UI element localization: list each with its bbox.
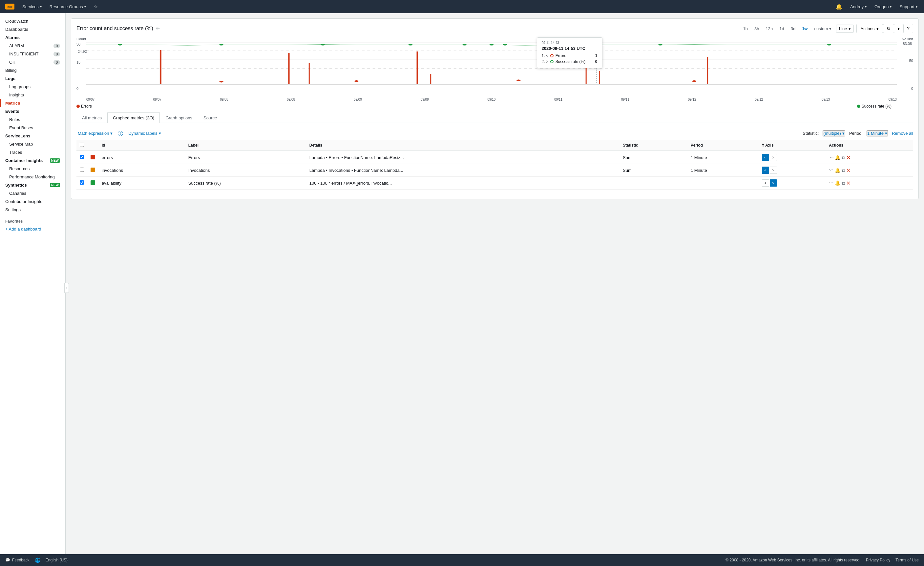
th-checkbox bbox=[76, 140, 87, 151]
favorites-header: Favorites bbox=[0, 215, 65, 225]
th-id: Id bbox=[98, 140, 185, 151]
sidebar-item-event-buses[interactable]: Event Buses bbox=[0, 124, 65, 132]
services-nav-button[interactable]: Services ▾ bbox=[20, 3, 44, 10]
row-invocations-copy-icon[interactable]: ⧉ bbox=[842, 168, 845, 173]
time-1w-button[interactable]: 1w bbox=[800, 25, 810, 33]
value-2492-label: 24.92 bbox=[78, 49, 87, 54]
sidebar-item-contributor-insights[interactable]: Contributor Insights bbox=[0, 198, 65, 206]
row-errors-id: errors bbox=[98, 151, 185, 164]
time-3h-button[interactable]: 3h bbox=[752, 25, 761, 33]
row-invocations-yaxis-right-button[interactable]: > bbox=[770, 166, 777, 174]
row-availability-copy-icon[interactable]: ⧉ bbox=[842, 180, 845, 186]
dynamic-labels-button[interactable]: Dynamic labels ▾ bbox=[127, 130, 162, 137]
time-custom-button[interactable]: custom ▾ bbox=[812, 25, 833, 33]
sidebar-item-traces[interactable]: Traces bbox=[0, 148, 65, 156]
copyright-text: © 2008 - 2020, Amazon Web Services, Inc.… bbox=[726, 558, 860, 562]
user-nav-button[interactable]: Andrey ▾ bbox=[848, 3, 869, 10]
row-invocations-checkbox[interactable] bbox=[80, 168, 84, 172]
row-availability-color-cell bbox=[87, 177, 98, 190]
insufficient-badge: 0 bbox=[54, 52, 60, 56]
row-invocations-bell-icon[interactable]: 🔔 bbox=[835, 168, 840, 173]
row-availability-color-box bbox=[91, 180, 95, 185]
bell-icon[interactable]: 🔔 bbox=[833, 2, 845, 11]
row-errors-yaxis-right-button[interactable]: > bbox=[770, 154, 777, 161]
sidebar-item-performance-monitoring[interactable]: Performance Monitoring bbox=[0, 173, 65, 181]
sidebar-item-settings[interactable]: Settings bbox=[0, 206, 65, 214]
region-nav-button[interactable]: Oregon ▾ bbox=[872, 3, 894, 10]
help-icon[interactable]: ? bbox=[118, 131, 123, 136]
sidebar-item-dashboards[interactable]: Dashboards bbox=[0, 25, 65, 33]
svg-point-13 bbox=[516, 80, 520, 81]
row-invocations-yaxis-left-button[interactable]: < bbox=[762, 166, 769, 174]
sidebar-item-service-map[interactable]: Service Map bbox=[0, 140, 65, 148]
svg-point-22 bbox=[462, 44, 466, 46]
sidebar-item-log-groups[interactable]: Log groups bbox=[0, 82, 65, 91]
time-3d-button[interactable]: 3d bbox=[789, 25, 797, 33]
y-right-50-label: 50 bbox=[909, 59, 913, 63]
chart-type-chevron-icon: ▾ bbox=[849, 26, 851, 31]
add-dashboard-button[interactable]: + Add a dashboard bbox=[0, 225, 65, 233]
feedback-button[interactable]: 💬 Feedback bbox=[5, 558, 30, 562]
chart-type-select[interactable]: Line ▾ bbox=[836, 25, 854, 33]
edit-title-icon[interactable]: ✏ bbox=[156, 26, 160, 31]
sidebar-item-insufficient[interactable]: INSUFFICIENT 0 bbox=[0, 50, 65, 58]
services-label: Services bbox=[22, 4, 39, 9]
row-errors-yaxis-left-button[interactable]: < bbox=[762, 154, 769, 161]
sidebar-item-insights[interactable]: Insights bbox=[0, 91, 65, 99]
resource-groups-nav-button[interactable]: Resource Groups ▾ bbox=[47, 3, 88, 10]
select-all-checkbox[interactable] bbox=[80, 143, 84, 147]
row-availability-yaxis-left-button[interactable]: < bbox=[762, 180, 769, 187]
time-1h-button[interactable]: 1h bbox=[741, 25, 750, 33]
sidebar-item-billing[interactable]: Billing bbox=[0, 66, 65, 75]
sidebar-item-ok[interactable]: OK 0 bbox=[0, 58, 65, 66]
row-errors-delete-icon[interactable]: ✕ bbox=[846, 154, 850, 161]
period-value-button[interactable]: 1 Minute ▾ bbox=[867, 130, 888, 136]
row-availability-bell-icon[interactable]: 🔔 bbox=[835, 180, 840, 186]
tab-graph-options[interactable]: Graph options bbox=[160, 112, 198, 123]
row-availability-checkbox[interactable] bbox=[80, 180, 84, 185]
statistic-value-button[interactable]: (multiple) ▾ bbox=[823, 130, 845, 136]
actions-button[interactable]: Source Actions ▾ bbox=[856, 24, 884, 33]
time-1d-button[interactable]: 1d bbox=[777, 25, 786, 33]
sidebar-item-alarm[interactable]: ALARM 0 bbox=[0, 42, 65, 50]
th-actions: Actions bbox=[826, 140, 913, 151]
svg-point-18 bbox=[118, 44, 122, 46]
chart-title-text: Error count and success rate (%) bbox=[76, 25, 153, 31]
sidebar-item-rules[interactable]: Rules bbox=[0, 115, 65, 124]
tooltip-row-errors: 1. < Errors 1 bbox=[542, 53, 597, 59]
bookmarks-nav-button[interactable]: ☆ bbox=[91, 3, 100, 10]
row-invocations-graph-icon[interactable]: 〰 bbox=[829, 168, 833, 173]
row-errors-graph-icon[interactable]: 〰 bbox=[829, 155, 833, 160]
row-availability-graph-icon[interactable]: 〰 bbox=[829, 180, 833, 186]
privacy-policy-link[interactable]: Privacy Policy bbox=[866, 558, 891, 562]
tooltip-errors-value: 1 bbox=[595, 54, 597, 58]
sidebar-collapse-button[interactable]: ‹ bbox=[64, 283, 69, 293]
row-availability-yaxis-right-button[interactable]: > bbox=[770, 180, 777, 187]
row-availability-delete-icon[interactable]: ✕ bbox=[846, 180, 850, 186]
row-errors-checkbox[interactable] bbox=[80, 155, 84, 159]
tab-graphed-metrics[interactable]: Graphed metrics (2/3) bbox=[107, 112, 160, 123]
x-axis-labels: 09/0709/0709/0809/0809/0909/0909/1009/11… bbox=[86, 98, 897, 101]
period-label: Period: bbox=[849, 131, 862, 136]
support-nav-button[interactable]: Support ▾ bbox=[897, 3, 920, 10]
refresh-options-button[interactable]: ▾ bbox=[894, 24, 903, 33]
math-expression-button[interactable]: Math expression ▾ bbox=[76, 130, 114, 137]
sidebar-item-container-insights-header[interactable]: Container Insights NEW bbox=[0, 156, 65, 165]
chart-controls: 1h 3h 12h 1d 3d 1w custom ▾ Line ▾ Sourc… bbox=[741, 24, 913, 33]
terms-of-use-link[interactable]: Terms of Use bbox=[896, 558, 919, 562]
refresh-button[interactable]: ↻ bbox=[883, 24, 894, 33]
time-12h-button[interactable]: 12h bbox=[764, 25, 775, 33]
sidebar-item-canaries[interactable]: Canaries bbox=[0, 189, 65, 198]
tab-all-metrics[interactable]: All metrics bbox=[76, 112, 107, 123]
remove-all-button[interactable]: Remove all bbox=[892, 131, 913, 136]
help-button[interactable]: ? bbox=[903, 24, 913, 33]
tab-source[interactable]: Source bbox=[198, 112, 222, 123]
sidebar-item-cloudwatch[interactable]: CloudWatch bbox=[0, 17, 65, 25]
sidebar-item-resources[interactable]: Resources bbox=[0, 165, 65, 173]
row-errors-bell-icon[interactable]: 🔔 bbox=[835, 155, 840, 160]
row-errors-copy-icon[interactable]: ⧉ bbox=[842, 155, 845, 160]
row-invocations-color-cell bbox=[87, 164, 98, 177]
sidebar-item-metrics[interactable]: Metrics bbox=[0, 99, 65, 107]
sidebar-item-synthetics-header[interactable]: Synthetics NEW bbox=[0, 181, 65, 189]
row-invocations-delete-icon[interactable]: ✕ bbox=[846, 167, 850, 174]
